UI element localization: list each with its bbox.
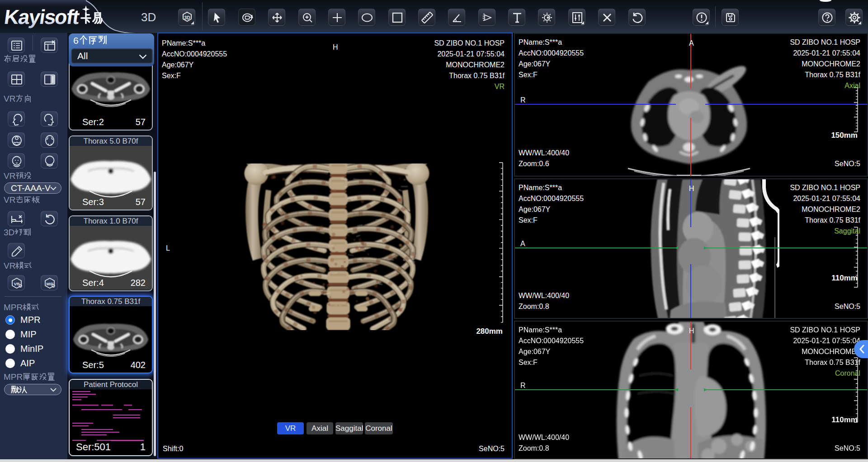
svg-text:Kayisoft: Kayisoft	[3, 5, 81, 28]
svg-text:3D: 3D	[184, 15, 190, 20]
